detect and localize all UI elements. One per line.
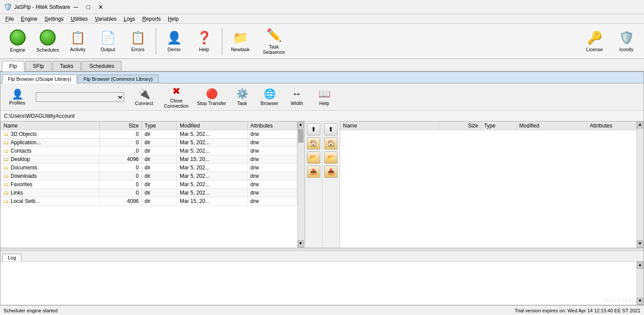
menu-variables[interactable]: Variables — [91, 15, 120, 23]
profiles-select[interactable] — [36, 92, 124, 102]
remote-col-modified[interactable]: Modified — [516, 122, 587, 130]
help-icon: ❓ — [197, 30, 212, 45]
subtab-commons[interactable]: Ftp Browser (Commons Library) — [78, 75, 158, 83]
schedules-label: Schedules — [36, 47, 59, 52]
scroll-thumb[interactable] — [298, 129, 303, 142]
tab-schedules[interactable]: Schedules — [82, 61, 121, 71]
newtask-label: Newtask — [231, 47, 250, 52]
task-button[interactable]: ⚙️ Task — [229, 86, 255, 109]
table-row[interactable]: 🗂Downloads 0 dir Mar 5, 202... drw — [1, 172, 297, 180]
toolbar-demo-button[interactable]: 👤 Demo — [160, 26, 188, 56]
folder-icon: 🗂 — [4, 139, 9, 146]
toolbar-output-button[interactable]: 📄 Output — [94, 26, 122, 56]
toolbar-license-button[interactable]: 🔑 License — [580, 26, 609, 56]
upload-btn[interactable]: 📤 — [307, 165, 320, 178]
toolbar-help-button[interactable]: ❓ Help — [190, 26, 218, 56]
menu-reports[interactable]: Reports — [139, 15, 164, 23]
col-type[interactable]: Type — [142, 122, 177, 130]
connect-button[interactable]: 🔌 Connect — [131, 86, 157, 109]
file-type-cell: dir — [142, 180, 177, 189]
right-scroll-up-btn[interactable]: ▲ — [637, 121, 643, 128]
width-button[interactable]: ↔️ Width — [284, 86, 310, 109]
right-scrollbar[interactable]: ▲ ▼ — [636, 121, 644, 248]
folder-icon: 🗂 — [4, 173, 9, 179]
remote-col-type[interactable]: Type — [481, 122, 516, 130]
help-label: Help — [199, 47, 209, 52]
remote-col-attributes[interactable]: Attributes — [587, 122, 636, 130]
table-row[interactable]: 🗂Links 0 dir Mar 5, 202... drw — [1, 189, 297, 197]
table-row[interactable]: 🗂Favorites 0 dir Mar 5, 202... drw — [1, 180, 297, 189]
scroll-up-btn[interactable]: ▲ — [298, 121, 304, 128]
file-modified-cell: Mar 15, 20... — [177, 197, 248, 206]
file-type-cell: dir — [142, 155, 177, 164]
toolbar-tasksequence-button[interactable]: ✏️ Task Sequence — [256, 26, 292, 56]
toolbar-iconify-button[interactable]: 🛡️ Iconify — [612, 26, 640, 56]
toolbar-schedules-button[interactable]: Schedules — [34, 26, 62, 56]
table-row[interactable]: 🗂Documents 0 dir Mar 5, 202... drw — [1, 164, 297, 172]
file-name-cell: 🗂Local Setti... — [1, 197, 100, 206]
open-folder-left-btn[interactable]: 📂 — [307, 151, 320, 164]
folder-icon: 🗂 — [4, 148, 9, 154]
log-area: Log ▲ ▼ SOFTPEDIA — [0, 248, 644, 305]
toolbar-newtask-button[interactable]: 📁 Newtask — [226, 26, 254, 56]
remote-col-size[interactable]: Size — [439, 122, 481, 130]
menu-help[interactable]: Help — [164, 15, 182, 23]
output-icon: 📄 — [100, 30, 116, 45]
profiles-group: 👤 Profiles — [4, 89, 30, 105]
log-scroll-track[interactable] — [637, 269, 644, 298]
table-row[interactable]: 🗂Local Setti... 4096 dir Mar 15, 20... d… — [1, 197, 297, 206]
toolbar-errors-button[interactable]: 📋 Errors — [124, 26, 152, 56]
nav-up-right-btn[interactable]: ⬆ — [324, 123, 337, 135]
ftp-help-button[interactable]: 📖 Help — [311, 86, 337, 109]
close-connection-button[interactable]: ✖ Close Connection — [159, 86, 194, 109]
remote-header-row: Name Size Type Modified Attributes — [340, 122, 636, 130]
toolbar-activity-button[interactable]: 📋 Activity — [64, 26, 92, 56]
maximize-button[interactable]: □ — [83, 3, 94, 11]
col-size[interactable]: Size — [99, 122, 142, 130]
download-btn[interactable]: 📥 — [324, 165, 337, 178]
file-type-cell: dir — [142, 130, 177, 139]
menu-logs[interactable]: Logs — [120, 15, 139, 23]
scroll-down-btn[interactable]: ▼ — [298, 240, 304, 248]
log-scroll-up[interactable]: ▲ — [637, 262, 643, 269]
toolbar-engine-button[interactable]: Engine — [4, 26, 32, 56]
table-row[interactable]: 🗂Contacts 0 dir Mar 5, 202... drw — [1, 147, 297, 155]
file-attr-cell: drw — [247, 139, 297, 147]
nav-up-left-btn[interactable]: ⬆ — [307, 123, 320, 135]
width-label: Width — [291, 101, 303, 106]
right-scroll-track[interactable] — [637, 128, 644, 240]
tab-ftp[interactable]: Ftp — [2, 61, 24, 71]
tab-sftp[interactable]: SFtp — [25, 61, 51, 71]
left-scroll-area[interactable]: Name Size Type Modified Attributes 🗂3D O… — [0, 121, 297, 248]
stop-transfer-label: Stop Transfer — [197, 101, 226, 106]
table-row[interactable]: 🗂Desktop 4096 dir Mar 15, 20... drw — [1, 155, 297, 164]
remote-col-name[interactable]: Name — [340, 122, 439, 130]
errors-label: Errors — [131, 47, 144, 52]
menu-file[interactable]: File — [2, 15, 17, 23]
menu-settings[interactable]: Settings — [41, 15, 67, 23]
right-scroll-area[interactable]: Name Size Type Modified Attributes — [340, 121, 637, 248]
close-button[interactable]: ✕ — [95, 3, 106, 11]
table-row[interactable]: 🗂Application... 0 dir Mar 5, 202... drw — [1, 139, 297, 147]
open-folder-right-btn[interactable]: 📂 — [324, 151, 337, 164]
home-right-btn[interactable]: 🏠 — [324, 137, 337, 150]
file-modified-cell: Mar 5, 202... — [177, 130, 248, 139]
task-icon: ⚙️ — [236, 88, 248, 100]
left-scrollbar[interactable]: ▲ ▼ — [298, 121, 305, 248]
menu-engine[interactable]: Engine — [17, 15, 41, 23]
menu-utilities[interactable]: Utilities — [67, 15, 91, 23]
home-left-btn[interactable]: 🏠 — [307, 137, 320, 150]
minimize-button[interactable]: ─ — [70, 3, 82, 11]
col-attributes[interactable]: Attributes — [247, 122, 297, 130]
col-name[interactable]: Name — [1, 122, 100, 130]
browser-button[interactable]: 🌐 Browser — [257, 86, 282, 109]
toolbar-separator-2 — [222, 28, 223, 54]
right-scroll-down-btn[interactable]: ▼ — [637, 240, 643, 248]
tab-tasks[interactable]: Tasks — [53, 61, 81, 71]
log-tab[interactable]: Log — [2, 254, 22, 261]
stop-transfer-button[interactable]: 🔴 Stop Transfer — [196, 86, 227, 109]
table-row[interactable]: 🗂3D Objects 0 dir Mar 5, 202... drw — [1, 130, 297, 139]
scroll-track[interactable] — [298, 128, 304, 240]
subtab-jscape[interactable]: Ftp Browser (JScape Library) — [2, 75, 77, 83]
col-modified[interactable]: Modified — [177, 122, 248, 130]
